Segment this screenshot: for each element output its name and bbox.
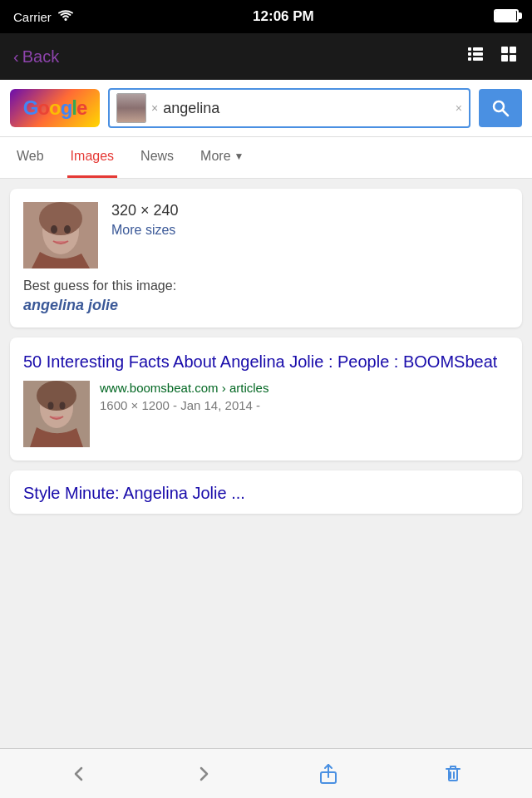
best-guess-label: Best guess for this image: <box>23 278 509 293</box>
search-bar: Google × angelina × <box>0 80 532 137</box>
svg-rect-2 <box>473 47 483 51</box>
search-query-text: angelina <box>163 98 451 119</box>
svg-point-0 <box>64 18 66 21</box>
svg-rect-7 <box>501 47 508 53</box>
grid-view-icon[interactable] <box>499 44 519 69</box>
svg-point-20 <box>37 381 76 411</box>
nav-icons <box>466 44 519 69</box>
search-tabs: Web Images News More ▼ <box>0 137 532 179</box>
svg-rect-10 <box>510 55 516 62</box>
result-thumbnail-0 <box>23 381 90 447</box>
tab-images[interactable]: Images <box>67 137 117 178</box>
browser-back-button[interactable] <box>67 762 91 786</box>
svg-point-22 <box>60 402 66 410</box>
clear-search-button[interactable]: × <box>456 101 462 115</box>
google-logo: Google <box>10 89 100 127</box>
svg-rect-5 <box>468 57 471 61</box>
svg-point-15 <box>39 202 82 235</box>
back-label: Back <box>22 47 59 66</box>
search-image-thumbnail <box>116 93 146 123</box>
battery-indicator <box>494 9 519 25</box>
svg-point-16 <box>51 225 57 234</box>
best-guess-name[interactable]: angelina jolie <box>23 297 509 314</box>
svg-rect-6 <box>473 57 483 61</box>
search-results: 320 × 240 More sizes Best guess for this… <box>0 179 532 524</box>
tab-news[interactable]: News <box>137 137 177 178</box>
tab-web[interactable]: Web <box>13 137 47 178</box>
back-button[interactable]: ‹ Back <box>13 47 59 66</box>
image-info-card: 320 × 240 More sizes Best guess for this… <box>10 189 522 328</box>
more-sizes-link[interactable]: More sizes <box>111 223 509 238</box>
search-input-wrapper[interactable]: × angelina × <box>108 88 470 128</box>
time-display: 12:06 PM <box>253 8 314 25</box>
result-row-0: www.boomsbeat.com › articles 1600 × 1200… <box>23 381 509 447</box>
result-dims-0: 1600 × 1200 - Jan 14, 2014 - <box>100 398 509 412</box>
result-title-1-partial[interactable]: Style Minute: Angelina Jolie ... <box>23 484 509 503</box>
result-card-1-partial: Style Minute: Angelina Jolie ... <box>10 470 522 514</box>
carrier-label: Carrier <box>13 10 52 24</box>
svg-point-17 <box>64 225 71 234</box>
svg-rect-8 <box>510 47 516 53</box>
svg-rect-1 <box>468 47 471 51</box>
source-image-thumbnail <box>23 202 98 268</box>
share-button[interactable] <box>317 762 340 786</box>
svg-rect-9 <box>501 55 508 62</box>
result-card-0: 50 Interesting Facts About Angelina Joli… <box>10 337 522 461</box>
image-details: 320 × 240 More sizes <box>111 202 509 238</box>
back-chevron-icon: ‹ <box>13 47 19 66</box>
wifi-icon <box>58 10 73 24</box>
best-guess-section: Best guess for this image: angelina joli… <box>23 278 509 314</box>
tab-more[interactable]: More ▼ <box>197 137 247 178</box>
image-dimensions: 320 × 240 <box>111 202 509 219</box>
result-title-0[interactable]: 50 Interesting Facts About Angelina Joli… <box>23 351 509 372</box>
delete-button[interactable] <box>441 762 465 786</box>
svg-line-12 <box>503 111 509 116</box>
nav-bar: ‹ Back <box>0 33 532 80</box>
bottom-toolbar <box>0 748 532 798</box>
remove-image-button[interactable]: × <box>151 101 158 115</box>
browser-forward-button[interactable] <box>192 762 215 786</box>
status-bar: Carrier 12:06 PM <box>0 0 532 33</box>
svg-point-21 <box>48 402 54 410</box>
result-meta-0: www.boomsbeat.com › articles 1600 × 1200… <box>100 381 509 412</box>
svg-rect-4 <box>473 52 483 56</box>
svg-rect-3 <box>468 52 471 56</box>
result-url-0: www.boomsbeat.com › articles <box>100 381 509 395</box>
search-button[interactable] <box>479 89 522 127</box>
list-view-icon[interactable] <box>466 44 485 69</box>
more-chevron-icon: ▼ <box>234 150 244 162</box>
